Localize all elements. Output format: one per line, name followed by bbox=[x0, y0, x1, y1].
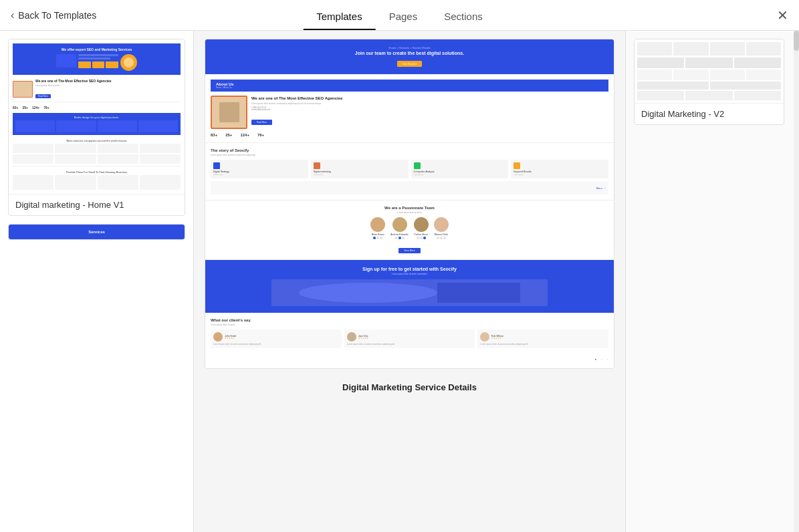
mock-text-pricing: Flexible Plans For Small To Fast-Growing… bbox=[13, 170, 181, 174]
back-button[interactable]: ‹ Back To Templates bbox=[0, 0, 107, 30]
mock-text-reasons: More reasons companies around the world … bbox=[13, 139, 181, 142]
detail-story-section: The story of Seocify Lorem ipsum dolor s… bbox=[205, 143, 614, 201]
template-preview-home-v1: We offer expert SEO and Marketing Servic… bbox=[9, 39, 185, 194]
scrollbar-thumb bbox=[794, 31, 799, 51]
template-card-v2[interactable]: Digital Marketing - V2 bbox=[634, 39, 784, 125]
mock-text-seo: We are one of The Most Effective SEO Age… bbox=[35, 79, 181, 84]
tab-pages[interactable]: Pages bbox=[376, 11, 431, 30]
header-tabs: Templates Pages Sections bbox=[303, 0, 495, 30]
detail-team-section: We are a Passionate Team Lorem ipsum dol… bbox=[205, 201, 614, 260]
detail-testimonials-section: What our client's say Lorem ipsum dolor … bbox=[205, 313, 614, 368]
detail-about-section: About Us Home > About Us We are one of T… bbox=[205, 74, 614, 143]
mock-text-better: Better design for your digital products. bbox=[15, 116, 178, 119]
main-content: We offer expert SEO and Marketing Servic… bbox=[0, 31, 799, 532]
stat2: 25+ bbox=[22, 106, 27, 110]
left-panel: We offer expert SEO and Marketing Servic… bbox=[0, 31, 194, 532]
chevron-left-icon: ‹ bbox=[11, 9, 14, 21]
template-card-services[interactable]: Services bbox=[8, 224, 185, 240]
template-preview-services: Services bbox=[9, 225, 185, 239]
scrollbar-track bbox=[794, 31, 799, 532]
close-button[interactable]: ✕ bbox=[777, 9, 788, 22]
detail-header-banner: Home > Services > Service Details Join o… bbox=[205, 39, 614, 74]
detail-page-title: Digital Marketing Service Details bbox=[205, 377, 614, 398]
stat1: 83+ bbox=[13, 106, 18, 110]
template-preview-v2 bbox=[635, 39, 784, 103]
stat4: 76+ bbox=[43, 106, 49, 110]
middle-panel: Home > Services > Service Details Join o… bbox=[194, 31, 625, 532]
header: ‹ Back To Templates Templates Pages Sect… bbox=[0, 0, 799, 31]
tab-sections[interactable]: Sections bbox=[431, 11, 496, 30]
back-label: Back To Templates bbox=[18, 10, 96, 21]
right-panel: Digital Marketing - V2 bbox=[625, 31, 799, 532]
stat3: 124+ bbox=[32, 106, 39, 110]
mock-text-offer: We offer expert SEO and Marketing Servic… bbox=[17, 47, 177, 51]
detail-page-card[interactable]: Home > Services > Service Details Join o… bbox=[205, 39, 614, 369]
detail-cta-section: Sign up for free to get started with Seo… bbox=[205, 260, 614, 313]
close-icon: ✕ bbox=[777, 8, 788, 23]
template-label-home-v1: Digital marketing - Home V1 bbox=[9, 194, 185, 215]
template-label-v2: Digital Marketing - V2 bbox=[635, 103, 784, 124]
services-banner: Services bbox=[9, 225, 185, 239]
tab-templates[interactable]: Templates bbox=[303, 11, 375, 30]
template-card-home-v1[interactable]: We offer expert SEO and Marketing Servic… bbox=[8, 39, 185, 216]
